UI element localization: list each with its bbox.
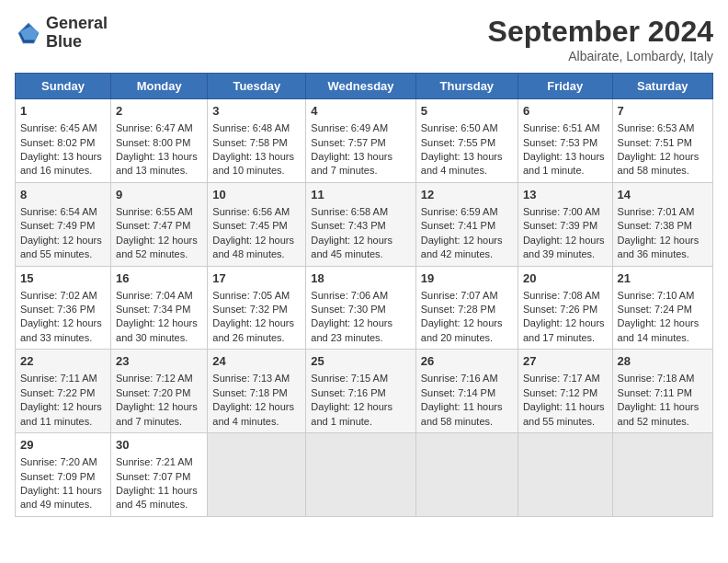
day-info: Sunrise: 6:48 AM (212, 121, 301, 135)
day-info: Sunset: 7:09 PM (20, 470, 106, 484)
day-info: Sunrise: 6:51 AM (523, 121, 608, 135)
day-number: 19 (421, 270, 513, 287)
day-info: Sunrise: 6:59 AM (421, 205, 513, 219)
day-info: Daylight: 12 hours and 52 minutes. (116, 234, 202, 262)
calendar-cell: 12Sunrise: 6:59 AMSunset: 7:41 PMDayligh… (415, 182, 518, 266)
calendar-cell: 14Sunrise: 7:01 AMSunset: 7:38 PMDayligh… (612, 182, 712, 266)
calendar-cell: 21Sunrise: 7:10 AMSunset: 7:24 PMDayligh… (612, 266, 712, 350)
day-info: Daylight: 13 hours and 4 minutes. (421, 150, 513, 178)
day-info: Daylight: 12 hours and 26 minutes. (212, 316, 301, 345)
calendar-cell (612, 433, 712, 517)
day-info: Sunrise: 7:10 AM (618, 289, 708, 303)
day-info: Sunset: 7:14 PM (421, 386, 513, 400)
day-info: Sunset: 7:51 PM (618, 136, 708, 150)
day-info: Sunrise: 6:47 AM (116, 121, 202, 135)
day-info: Sunset: 7:11 PM (618, 386, 708, 400)
calendar-week-3: 15Sunrise: 7:02 AMSunset: 7:36 PMDayligh… (16, 266, 713, 350)
day-header-wednesday: Wednesday (306, 74, 415, 99)
day-number: 15 (20, 270, 106, 287)
day-info: Sunset: 8:00 PM (116, 136, 202, 150)
day-number: 12 (421, 187, 513, 203)
day-info: Daylight: 13 hours and 10 minutes. (212, 150, 301, 178)
page-header: General Blue September 2024 Albairate, L… (15, 15, 713, 63)
day-info: Sunrise: 6:54 AM (20, 205, 106, 219)
day-info: Sunset: 8:02 PM (20, 136, 106, 150)
day-info: Daylight: 12 hours and 58 minutes. (618, 150, 708, 178)
day-info: Daylight: 12 hours and 14 minutes. (618, 316, 708, 345)
day-info: Sunset: 7:36 PM (20, 303, 106, 316)
day-info: Daylight: 13 hours and 16 minutes. (20, 150, 106, 178)
day-info: Sunset: 7:28 PM (421, 303, 513, 316)
day-info: Daylight: 13 hours and 7 minutes. (311, 150, 410, 178)
day-info: Sunset: 7:53 PM (523, 136, 608, 150)
calendar-cell: 16Sunrise: 7:04 AMSunset: 7:34 PMDayligh… (111, 266, 208, 350)
day-number: 27 (523, 353, 608, 370)
day-info: Sunset: 7:12 PM (523, 386, 608, 400)
day-number: 2 (116, 103, 202, 120)
day-info: Sunset: 7:45 PM (212, 219, 301, 233)
day-info: Sunrise: 7:12 AM (116, 372, 202, 385)
day-info: Sunrise: 7:17 AM (523, 372, 608, 385)
day-info: Daylight: 13 hours and 1 minute. (523, 150, 608, 178)
day-info: Sunset: 7:16 PM (311, 386, 410, 400)
day-info: Daylight: 12 hours and 23 minutes. (311, 316, 410, 345)
day-number: 18 (311, 270, 410, 287)
day-info: Sunset: 7:57 PM (311, 136, 410, 150)
day-info: Sunrise: 7:07 AM (421, 289, 513, 303)
day-info: Daylight: 12 hours and 42 minutes. (421, 234, 513, 262)
calendar-cell: 23Sunrise: 7:12 AMSunset: 7:20 PMDayligh… (111, 350, 208, 433)
day-header-tuesday: Tuesday (208, 74, 306, 99)
day-info: Daylight: 12 hours and 20 minutes. (421, 316, 513, 345)
day-number: 11 (311, 187, 410, 203)
day-number: 14 (618, 187, 708, 203)
day-number: 17 (212, 270, 301, 287)
calendar-cell: 24Sunrise: 7:13 AMSunset: 7:18 PMDayligh… (208, 350, 306, 433)
day-info: Sunset: 7:38 PM (618, 219, 708, 233)
day-number: 13 (523, 187, 608, 203)
day-info: Daylight: 11 hours and 55 minutes. (523, 400, 608, 429)
logo-icon (15, 19, 42, 47)
day-number: 30 (116, 437, 202, 454)
day-info: Sunset: 7:34 PM (116, 303, 202, 316)
logo: General Blue (15, 15, 108, 52)
day-info: Sunset: 7:43 PM (311, 219, 410, 233)
calendar-cell: 17Sunrise: 7:05 AMSunset: 7:32 PMDayligh… (208, 266, 306, 350)
day-info: Sunrise: 6:53 AM (618, 121, 708, 135)
day-number: 21 (618, 270, 708, 287)
day-info: Sunrise: 7:15 AM (311, 372, 410, 385)
day-info: Daylight: 12 hours and 7 minutes. (116, 400, 202, 429)
day-info: Sunrise: 7:11 AM (20, 372, 106, 385)
day-header-monday: Monday (111, 74, 208, 99)
calendar-cell: 8Sunrise: 6:54 AMSunset: 7:49 PMDaylight… (16, 182, 111, 266)
day-info: Sunrise: 6:56 AM (212, 205, 301, 219)
day-info: Sunset: 7:26 PM (523, 303, 608, 316)
calendar-cell: 7Sunrise: 6:53 AMSunset: 7:51 PMDaylight… (612, 99, 712, 183)
day-info: Sunrise: 7:06 AM (311, 289, 410, 303)
day-number: 24 (212, 353, 301, 370)
calendar-cell: 11Sunrise: 6:58 AMSunset: 7:43 PMDayligh… (306, 182, 415, 266)
day-info: Sunset: 7:07 PM (116, 470, 202, 484)
day-info: Sunrise: 6:49 AM (311, 121, 410, 135)
day-info: Sunrise: 6:58 AM (311, 205, 410, 219)
logo-text: General Blue (46, 15, 108, 52)
location-subtitle: Albairate, Lombardy, Italy (488, 49, 713, 63)
day-info: Daylight: 12 hours and 4 minutes. (212, 400, 301, 429)
day-info: Daylight: 12 hours and 33 minutes. (20, 316, 106, 345)
title-block: September 2024 Albairate, Lombardy, Ital… (488, 15, 713, 63)
day-header-saturday: Saturday (612, 74, 712, 99)
day-info: Sunrise: 7:16 AM (421, 372, 513, 385)
calendar-table: SundayMondayTuesdayWednesdayThursdayFrid… (15, 73, 713, 517)
calendar-cell: 15Sunrise: 7:02 AMSunset: 7:36 PMDayligh… (16, 266, 111, 350)
day-info: Daylight: 11 hours and 45 minutes. (116, 484, 202, 512)
calendar-cell: 25Sunrise: 7:15 AMSunset: 7:16 PMDayligh… (306, 350, 415, 433)
calendar-cell: 5Sunrise: 6:50 AMSunset: 7:55 PMDaylight… (415, 99, 518, 183)
day-number: 5 (421, 103, 513, 120)
day-info: Sunset: 7:20 PM (116, 386, 202, 400)
day-info: Sunset: 7:58 PM (212, 136, 301, 150)
calendar-cell: 10Sunrise: 6:56 AMSunset: 7:45 PMDayligh… (208, 182, 306, 266)
day-info: Sunrise: 7:01 AM (618, 205, 708, 219)
day-info: Sunset: 7:49 PM (20, 219, 106, 233)
day-number: 8 (20, 187, 106, 203)
day-number: 23 (116, 353, 202, 370)
calendar-cell (208, 433, 306, 517)
